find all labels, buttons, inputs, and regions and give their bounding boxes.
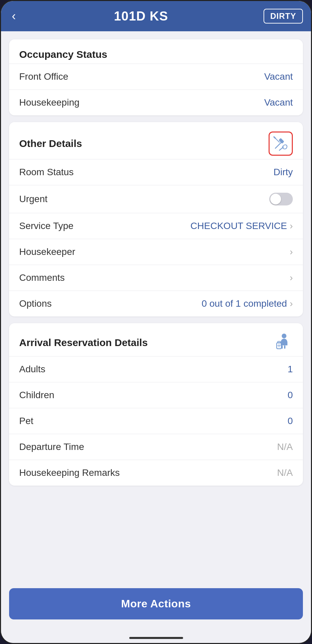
housekeeping-remarks-row: Housekeeping Remarks N/A — [9, 460, 303, 486]
options-value-group: 0 out of 1 completed › — [202, 298, 293, 309]
pet-label: Pet — [19, 416, 33, 426]
housekeeper-chevron: › — [290, 247, 293, 257]
departure-time-row: Departure Time N/A — [9, 434, 303, 460]
occupancy-status-title: Occupancy Status — [19, 49, 107, 60]
housekeeping-label: Housekeeping — [19, 97, 79, 108]
housekeeper-label: Housekeeper — [19, 247, 75, 257]
housekeeping-remarks-label: Housekeeping Remarks — [19, 467, 120, 478]
service-type-chevron: › — [290, 221, 293, 231]
comments-label: Comments — [19, 272, 65, 283]
home-bar — [129, 637, 183, 639]
children-label: Children — [19, 390, 54, 401]
adults-row: Adults 1 — [9, 356, 303, 382]
room-status-label: Room Status — [19, 167, 74, 178]
options-row[interactable]: Options 0 out of 1 completed › — [9, 291, 303, 316]
housekeeper-row[interactable]: Housekeeper › — [9, 239, 303, 265]
adults-label: Adults — [19, 364, 45, 375]
pet-value: 0 — [287, 416, 293, 426]
arrival-reservation-header: Arrival Reservation Details — [9, 323, 303, 356]
svg-point-5 — [282, 334, 286, 338]
other-details-header: Other Details — [9, 122, 303, 159]
arrival-reservation-title: Arrival Reservation Details — [19, 337, 148, 348]
housekeeping-row: Housekeeping Vacant — [9, 89, 303, 115]
front-office-label: Front Office — [19, 71, 68, 82]
person-luggage-icon — [274, 333, 293, 353]
service-type-value-group: CHECKOUT SERVICE › — [190, 221, 293, 231]
housekeeping-remarks-value: N/A — [277, 467, 293, 478]
children-value: 0 — [287, 390, 293, 401]
departure-time-value: N/A — [277, 442, 293, 452]
home-indicator — [1, 633, 311, 643]
occupancy-status-card: Occupancy Status Front Office Vacant Hou… — [9, 39, 303, 115]
service-type-label: Service Type — [19, 221, 73, 231]
svg-rect-1 — [279, 138, 284, 144]
pet-row: Pet 0 — [9, 408, 303, 434]
service-type-row[interactable]: Service Type CHECKOUT SERVICE › — [9, 213, 303, 239]
back-button[interactable]: ‹ — [9, 8, 19, 25]
adults-value: 1 — [287, 364, 293, 375]
header: ‹ 101D KS DIRTY — [1, 1, 311, 31]
dirty-badge: DIRTY — [264, 9, 303, 24]
urgent-label: Urgent — [19, 194, 47, 204]
other-details-card: Other Details — [9, 122, 303, 316]
bottom-bar: More Actions — [1, 581, 311, 633]
room-status-row: Room Status Dirty — [9, 159, 303, 185]
occupancy-status-header: Occupancy Status — [9, 39, 303, 64]
svg-rect-9 — [278, 341, 280, 343]
bottom-spacer — [9, 492, 303, 499]
comments-chevron: › — [290, 272, 293, 283]
children-row: Children 0 — [9, 382, 303, 408]
wrench-hammer-icon — [273, 136, 289, 152]
front-office-value: Vacant — [264, 71, 293, 82]
room-status-value: Dirty — [273, 167, 293, 178]
phone-frame: ‹ 101D KS DIRTY Occupancy Status Front O… — [0, 0, 312, 644]
urgent-row: Urgent — [9, 185, 303, 213]
svg-line-4 — [274, 137, 275, 138]
other-details-title: Other Details — [19, 138, 82, 149]
urgent-toggle[interactable] — [269, 193, 293, 205]
departure-time-label: Departure Time — [19, 442, 84, 452]
tool-icon-button[interactable] — [269, 131, 293, 156]
toggle-knob — [270, 194, 281, 204]
housekeeping-value: Vacant — [264, 97, 293, 108]
comments-row[interactable]: Comments › — [9, 265, 303, 291]
arrival-reservation-card: Arrival Reservation Details — [9, 323, 303, 486]
more-actions-button[interactable]: More Actions — [9, 588, 303, 619]
options-label: Options — [19, 298, 52, 309]
front-office-row: Front Office Vacant — [9, 64, 303, 89]
content-area: Occupancy Status Front Office Vacant Hou… — [1, 31, 311, 581]
options-value: 0 out of 1 completed — [202, 298, 287, 309]
options-chevron: › — [290, 298, 293, 309]
page-title: 101D KS — [114, 9, 168, 24]
service-type-value: CHECKOUT SERVICE — [190, 221, 287, 231]
svg-line-2 — [279, 147, 283, 150]
svg-rect-7 — [284, 345, 285, 349]
